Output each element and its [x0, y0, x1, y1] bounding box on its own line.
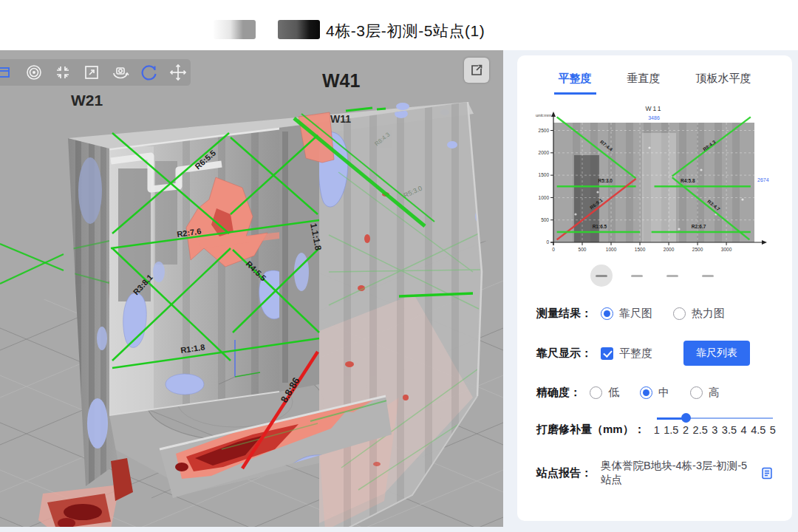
precision-radio-2[interactable] [690, 386, 703, 399]
precision-row: 精确度： 低中高 [517, 386, 792, 400]
measure-result-row: 测量结果： 靠尺图热力图 [517, 307, 792, 321]
svg-text:3000: 3000 [721, 247, 732, 252]
measure-result-label-0: 靠尺图 [619, 307, 652, 321]
svg-text:500: 500 [579, 247, 587, 252]
svg-text:0: 0 [552, 247, 555, 252]
pagination-dot-2[interactable] [661, 265, 683, 287]
report-label: 站点报告： [536, 466, 592, 480]
slider-tick-4.5: 4.5 [751, 424, 765, 436]
svg-text:2500: 2500 [692, 247, 703, 252]
chart-pagination [517, 265, 792, 287]
tab-2[interactable]: 顶板水平度 [692, 72, 756, 95]
target-icon[interactable] [24, 63, 44, 82]
fit-view-icon[interactable] [0, 63, 15, 82]
slider-tick-5: 5 [770, 424, 776, 436]
precision-option-1[interactable]: 中 [640, 386, 669, 400]
model-viewport[interactable]: R5:3.0 R8:4.3 [0, 50, 503, 527]
precision-radio-1[interactable] [640, 386, 652, 399]
grinding-label: 打磨修补量（mm）： [536, 423, 645, 437]
report-row: 站点报告： 奥体誉院B地块-4栋-3层-初测-5站点 [517, 459, 792, 487]
slider-handle[interactable] [681, 413, 691, 423]
pan-icon[interactable] [168, 63, 188, 82]
page-title: 4栋-3层-初测-5站点(1) [326, 21, 485, 41]
flatness-checkbox[interactable] [601, 347, 613, 360]
slider-tick-2.5: 2.5 [693, 424, 708, 436]
svg-text:2000: 2000 [664, 247, 675, 252]
open-external-button[interactable] [464, 58, 489, 83]
rotate-icon[interactable] [140, 63, 159, 82]
slider-tick-1: 1 [654, 424, 660, 436]
wall-width-label: 3486 [648, 115, 660, 120]
scene-3d-canvas[interactable]: R5:3.0 R8:4.3 [0, 50, 503, 527]
slider-tick-2: 2 [683, 424, 689, 436]
wall-interior-right [279, 123, 319, 392]
expand-icon[interactable] [82, 63, 101, 82]
settings-panel: 平整度垂直度顶板水平度 R7:4.4R8:4.3R5:3.0R4:5.8R6:9… [517, 55, 792, 521]
title-bar: 4栋-3层-初测-5站点(1) [0, 0, 798, 50]
report-document-icon[interactable] [761, 466, 773, 480]
viewer-toolbar [0, 59, 191, 86]
precision-options: 低中高 [590, 386, 740, 400]
tab-0[interactable]: 平整度 [554, 72, 596, 95]
svg-text:0: 0 [546, 239, 549, 245]
browser-tab-thumbnail-dark[interactable] [278, 20, 320, 39]
grinding-slider[interactable]: 11.522.533.544.55 [657, 409, 773, 439]
pagination-dot-1[interactable] [626, 265, 648, 287]
pagination-dot-0[interactable] [590, 265, 613, 287]
report-value: 奥体誉院B地块-4栋-3层-初测-5站点 [601, 459, 755, 487]
wall-height-label: 2674 [757, 177, 769, 183]
chart-ruler-label-R2: R2:6.7 [692, 224, 706, 229]
flatness-checkbox-label: 平整度 [619, 347, 652, 361]
chart-ruler-label-R1: R1:6.5 [593, 224, 607, 229]
precision-option-0[interactable]: 低 [590, 386, 619, 400]
chart-ruler-label-R5: R5:3.0 [598, 178, 613, 183]
browser-tab-thumbnail[interactable] [214, 20, 256, 39]
collapse-icon[interactable] [53, 63, 72, 82]
slider-tick-1.5: 1.5 [664, 424, 678, 436]
ruler-list-button[interactable]: 靠尺列表 [683, 341, 750, 366]
chart-unit-label: unit:mm [536, 113, 551, 117]
precision-label-0: 低 [608, 386, 619, 400]
svg-text:2500: 2500 [539, 128, 550, 133]
ruler-display-label: 靠尺显示： [536, 347, 592, 361]
precision-label-1: 中 [658, 386, 669, 400]
wall-label-w11: W11 [330, 113, 351, 125]
svg-text:1000: 1000 [606, 247, 617, 252]
slider-tick-3: 3 [712, 424, 717, 436]
wall-chart-svg: R7:4.4R8:4.3R5:3.0R4:5.8R6:9.1R3:4.7R1:6… [531, 103, 778, 260]
orbit-camera-icon[interactable] [111, 63, 130, 82]
chart-title: W11 [646, 105, 663, 112]
measure-result-label: 测量结果： [536, 307, 592, 321]
svg-text:2000: 2000 [539, 150, 550, 155]
svg-text:1500: 1500 [539, 172, 550, 177]
slider-tick-3.5: 3.5 [722, 424, 737, 436]
svg-text:1000: 1000 [539, 195, 550, 200]
slider-tick-labels: 11.522.533.544.55 [654, 424, 776, 436]
svg-text:500: 500 [541, 217, 549, 222]
ruler-display-row: 靠尺显示： 平整度 靠尺列表 [517, 341, 792, 366]
measure-result-options: 靠尺图热力图 [601, 307, 746, 321]
wall-label-w21: W21 [71, 92, 103, 109]
pagination-dot-3[interactable] [697, 265, 719, 287]
grinding-row: 打磨修补量（mm）： 11.522.533.544.55 [517, 420, 792, 439]
precision-option-2[interactable]: 高 [690, 386, 720, 400]
measure-result-option-1[interactable]: 热力图 [673, 307, 725, 321]
slider-tick-4: 4 [741, 424, 747, 436]
measure-result-label-1: 热力图 [692, 307, 725, 321]
measure-result-radio-0[interactable] [601, 307, 613, 320]
precision-radio-0[interactable] [590, 386, 602, 399]
measure-result-option-0[interactable]: 靠尺图 [601, 307, 652, 321]
measure-result-radio-1[interactable] [673, 307, 686, 320]
chart-ruler-label-R4: R4:5.8 [681, 178, 695, 183]
open-external-icon [470, 64, 483, 77]
panel-tabs: 平整度垂直度顶板水平度 [517, 55, 792, 95]
precision-label-2: 高 [709, 386, 720, 400]
svg-text:1500: 1500 [635, 247, 646, 252]
wall-label-w41: W41 [322, 70, 361, 91]
tab-1[interactable]: 垂直度 [623, 72, 665, 95]
precision-label: 精确度： [536, 386, 581, 400]
flatness-chart-preview: R7:4.4R8:4.3R5:3.0R4:5.8R6:9.1R3:4.7R1:6… [531, 103, 778, 260]
